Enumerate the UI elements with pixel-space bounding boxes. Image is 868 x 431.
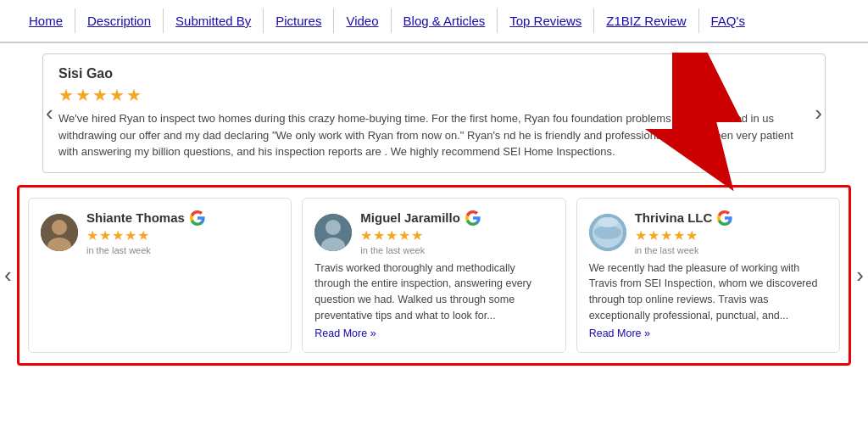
svg-point-9 xyxy=(598,217,618,227)
star-5: ★ xyxy=(126,85,142,105)
nav-item-z1biz-review[interactable]: Z1BIZ Review xyxy=(594,8,698,33)
star-sm-4: ★ xyxy=(398,227,410,243)
star-sm-4: ★ xyxy=(673,227,685,243)
star-sm-2: ★ xyxy=(648,227,659,243)
reviewer-info-miguel: Miguel Jaramillo ★ ★ ★ xyxy=(360,210,553,255)
stars-shiante: ★ ★ ★ ★ ★ xyxy=(86,227,279,243)
reviewer-header-shiante: Shiante Thomas ★ ★ ★ xyxy=(41,210,279,255)
google-icon-miguel xyxy=(465,210,481,226)
star-sm-1: ★ xyxy=(360,227,372,243)
reviews-prev-button[interactable]: ‹ xyxy=(4,262,12,288)
nav-item-blog-articles[interactable]: Blog & Articles xyxy=(392,8,498,33)
read-more-thrivina[interactable]: Read More » xyxy=(589,327,650,339)
star-sm-1: ★ xyxy=(635,227,647,243)
avatar-thrivina xyxy=(589,214,626,251)
review-meta-miguel: in the last week xyxy=(360,245,553,255)
google-icon-shiante xyxy=(190,210,205,226)
featured-reviewer-name: Sisi Gao xyxy=(58,66,810,81)
reviewer-info-shiante: Shiante Thomas ★ ★ ★ xyxy=(86,210,279,255)
review-meta-thrivina: in the last week xyxy=(635,245,827,255)
star-sm-1: ★ xyxy=(86,227,98,243)
stars-thrivina: ★ ★ ★ ★ ★ xyxy=(635,227,827,243)
star-sm-5: ★ xyxy=(686,227,698,243)
review-card-miguel: Miguel Jaramillo ★ ★ ★ xyxy=(302,198,565,353)
star-sm-3: ★ xyxy=(112,227,124,243)
review-body-thrivina: We recently had the pleasure of working … xyxy=(589,260,827,324)
bottom-reviews-section: ‹ Shiante Thomas xyxy=(17,185,851,366)
star-1: ★ xyxy=(58,85,74,105)
nav-item-home[interactable]: Home xyxy=(17,8,75,33)
reviewer-info-thrivina: Thrivina LLC ★ ★ ★ ★ xyxy=(635,210,827,255)
featured-review-wrapper: ‹ Sisi Gao ★ ★ ★ ★ ★ We've hired Ryan to… xyxy=(42,53,826,173)
reviewer-header-miguel: Miguel Jaramillo ★ ★ ★ xyxy=(314,210,553,255)
star-3: ★ xyxy=(92,85,108,105)
nav-item-description[interactable]: Description xyxy=(75,8,164,33)
featured-review-card: Sisi Gao ★ ★ ★ ★ ★ We've hired Ryan to i… xyxy=(42,53,826,173)
reviewer-name-row-miguel: Miguel Jaramillo xyxy=(360,210,553,226)
star-sm-2: ★ xyxy=(373,227,385,243)
star-sm-3: ★ xyxy=(386,227,398,243)
review-meta-shiante: in the last week xyxy=(86,245,279,255)
reviewer-name-row-thrivina: Thrivina LLC xyxy=(635,210,827,226)
reviewer-name-row-shiante: Shiante Thomas xyxy=(86,210,279,226)
review-card-shiante: Shiante Thomas ★ ★ ★ xyxy=(28,198,292,353)
featured-next-button[interactable]: › xyxy=(811,100,826,126)
star-2: ★ xyxy=(75,85,91,105)
reviewer-name-shiante: Shiante Thomas xyxy=(86,210,185,225)
svg-point-8 xyxy=(594,226,621,239)
nav-item-submitted-by[interactable]: Submitted By xyxy=(164,8,264,33)
star-4: ★ xyxy=(109,85,125,105)
google-icon-thrivina xyxy=(717,210,732,226)
star-sm-5: ★ xyxy=(411,227,423,243)
star-sm-2: ★ xyxy=(99,227,111,243)
featured-review-text: We've hired Ryan to inspect two homes du… xyxy=(58,110,810,160)
navigation-bar: Home Description Submitted By Pictures V… xyxy=(0,0,868,43)
reviewer-name-thrivina: Thrivina LLC xyxy=(635,210,713,225)
nav-item-faqs[interactable]: FAQ's xyxy=(699,8,757,33)
read-more-miguel[interactable]: Read More » xyxy=(314,327,376,339)
star-sm-3: ★ xyxy=(660,227,672,243)
review-card-thrivina: Thrivina LLC ★ ★ ★ ★ xyxy=(576,198,840,353)
nav-item-video[interactable]: Video xyxy=(334,8,391,33)
star-sm-5: ★ xyxy=(137,227,149,243)
svg-point-1 xyxy=(52,220,67,235)
reviews-next-button[interactable]: › xyxy=(856,262,864,288)
svg-point-4 xyxy=(326,220,341,235)
featured-prev-button[interactable]: ‹ xyxy=(42,100,57,126)
avatar-shiante xyxy=(41,214,78,251)
nav-item-pictures[interactable]: Pictures xyxy=(264,8,334,33)
star-sm-4: ★ xyxy=(125,227,136,243)
review-body-miguel: Travis worked thoroughly and methodicall… xyxy=(314,260,553,324)
nav-item-top-reviews[interactable]: Top Reviews xyxy=(498,8,594,33)
main-content: ‹ Sisi Gao ★ ★ ★ ★ ★ We've hired Ryan to… xyxy=(0,43,868,381)
reviewer-header-thrivina: Thrivina LLC ★ ★ ★ ★ xyxy=(589,210,827,255)
reviews-grid: Shiante Thomas ★ ★ ★ xyxy=(28,198,840,353)
reviewer-name-miguel: Miguel Jaramillo xyxy=(360,210,460,225)
avatar-miguel xyxy=(314,214,352,251)
featured-stars: ★ ★ ★ ★ ★ xyxy=(58,85,810,105)
stars-miguel: ★ ★ ★ ★ ★ xyxy=(360,227,553,243)
